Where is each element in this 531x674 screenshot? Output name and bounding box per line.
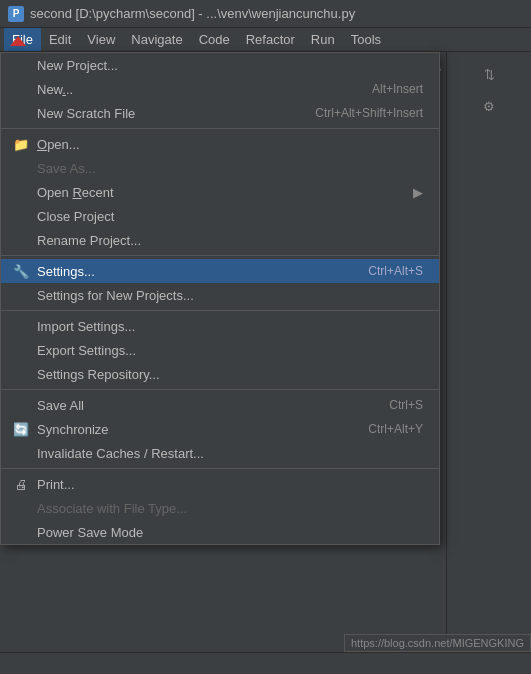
submenu-arrow-icon: ▶	[413, 185, 423, 200]
separator-5	[1, 468, 439, 469]
menu-tools[interactable]: Tools	[343, 28, 389, 51]
menu-view[interactable]: View	[79, 28, 123, 51]
folder-icon: 📁	[13, 136, 29, 152]
sync-icon: 🔄	[13, 421, 29, 437]
menu-item-label: New...	[37, 82, 352, 97]
menu-item-close-project[interactable]: Close Project	[1, 204, 439, 228]
separator-4	[1, 389, 439, 390]
titlebar: P second [D:\pycharm\second] - ...\venv\…	[0, 0, 531, 28]
menu-item-label: Close Project	[37, 209, 423, 224]
menu-item-label: Open...	[37, 137, 423, 152]
titlebar-text: second [D:\pycharm\second] - ...\venv\we…	[30, 6, 355, 21]
menu-item-new[interactable]: New... Alt+Insert	[1, 77, 439, 101]
menu-item-shortcut: Alt+Insert	[372, 82, 423, 96]
menu-item-new-project[interactable]: New Project...	[1, 53, 439, 77]
menu-item-label: Print...	[37, 477, 423, 492]
menu-navigate[interactable]: Navigate	[123, 28, 190, 51]
menu-item-settings-repo[interactable]: Settings Repository...	[1, 362, 439, 386]
menu-item-label: Invalidate Caches / Restart...	[37, 446, 423, 461]
menu-item-save-as: Save As...	[1, 156, 439, 180]
menu-item-label: Power Save Mode	[37, 525, 423, 540]
menu-item-label: Synchronize	[37, 422, 348, 437]
icon-label: P	[13, 8, 20, 19]
menu-item-label: Settings for New Projects...	[37, 288, 423, 303]
menu-item-rename-project[interactable]: Rename Project...	[1, 228, 439, 252]
url-tooltip: https://blog.csdn.net/MIGENGKING	[344, 634, 531, 652]
menu-item-synchronize[interactable]: 🔄 Synchronize Ctrl+Alt+Y	[1, 417, 439, 441]
menu-refactor[interactable]: Refactor	[238, 28, 303, 51]
separator-1	[1, 128, 439, 129]
menu-item-settings[interactable]: 🔧 Settings... Ctrl+Alt+S	[1, 259, 439, 283]
menu-item-label: Settings...	[37, 264, 348, 279]
menu-edit[interactable]: Edit	[41, 28, 79, 51]
arrow-indicator	[10, 36, 26, 46]
separator-3	[1, 310, 439, 311]
menu-item-label: Rename Project...	[37, 233, 423, 248]
menu-item-label: Save All	[37, 398, 369, 413]
menu-item-open-recent[interactable]: Open Recent ▶	[1, 180, 439, 204]
menu-item-shortcut: Ctrl+Alt+S	[368, 264, 423, 278]
print-icon: 🖨	[13, 476, 29, 492]
statusbar	[0, 652, 531, 674]
menu-item-label: Import Settings...	[37, 319, 423, 334]
menu-item-invalidate-caches[interactable]: Invalidate Caches / Restart...	[1, 441, 439, 465]
menu-item-label: New Scratch File	[37, 106, 295, 121]
menu-item-save-all[interactable]: Save All Ctrl+S	[1, 393, 439, 417]
menu-item-export-settings[interactable]: Export Settings...	[1, 338, 439, 362]
menu-item-label: Associate with File Type...	[37, 501, 423, 516]
menu-item-open[interactable]: 📁 Open...	[1, 132, 439, 156]
menu-item-shortcut: Ctrl+S	[389, 398, 423, 412]
file-dropdown-menu: New Project... New... Alt+Insert New Scr…	[0, 52, 440, 545]
menu-item-import-settings[interactable]: Import Settings...	[1, 314, 439, 338]
menu-item-label: Save As...	[37, 161, 423, 176]
menu-item-shortcut: Ctrl+Alt+Shift+Insert	[315, 106, 423, 120]
wrench-icon: 🔧	[13, 263, 29, 279]
menu-item-label: Export Settings...	[37, 343, 423, 358]
menu-item-new-scratch[interactable]: New Scratch File Ctrl+Alt+Shift+Insert	[1, 101, 439, 125]
right-panel: ⇅ ⚙	[446, 52, 531, 674]
menu-item-associate: Associate with File Type...	[1, 496, 439, 520]
menu-item-settings-new[interactable]: Settings for New Projects...	[1, 283, 439, 307]
separator-2	[1, 255, 439, 256]
app-icon: P	[8, 6, 24, 22]
menu-item-print[interactable]: 🖨 Print...	[1, 472, 439, 496]
menu-item-label: New Project...	[37, 58, 423, 73]
panel-settings-icon[interactable]: ⚙	[475, 92, 503, 120]
menu-item-power-save[interactable]: Power Save Mode	[1, 520, 439, 544]
menubar: File Edit View Navigate Code Refactor Ru…	[0, 28, 531, 52]
menu-item-label: Settings Repository...	[37, 367, 423, 382]
menu-code[interactable]: Code	[191, 28, 238, 51]
menu-run[interactable]: Run	[303, 28, 343, 51]
menu-item-shortcut: Ctrl+Alt+Y	[368, 422, 423, 436]
panel-toggle-icon[interactable]: ⇅	[475, 60, 503, 88]
menu-item-label: Open Recent	[37, 185, 405, 200]
